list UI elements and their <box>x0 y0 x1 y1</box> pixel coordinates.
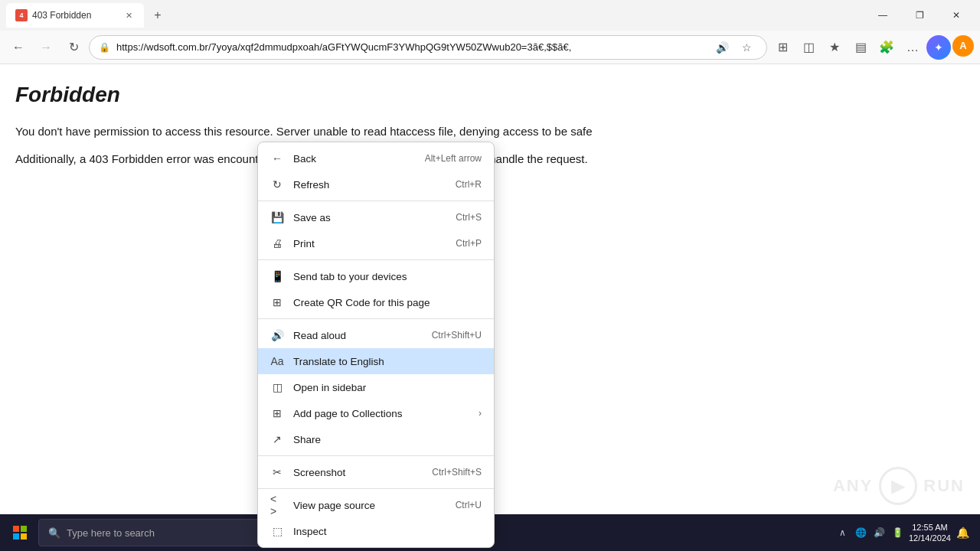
notification-button[interactable]: 🔔 <box>954 524 971 541</box>
nav-bar: ← → ↻ 🔒 https://wdsoft.com.br/7yoya/xqf2… <box>0 31 980 64</box>
extensions-icon[interactable]: 🧩 <box>874 35 899 60</box>
translate-icon: Aa <box>270 354 284 368</box>
refresh-label: Refresh <box>293 179 446 191</box>
favorites-bar-icon[interactable]: ★ <box>822 35 847 60</box>
refresh-shortcut: Ctrl+R <box>456 179 482 190</box>
address-text: https://wdsoft.com.br/7yoya/xqf2dmmudpxo… <box>116 41 705 53</box>
windows-logo <box>13 526 27 540</box>
favorites-icon[interactable]: ☆ <box>736 37 757 58</box>
collections-icon[interactable]: ▤ <box>848 35 873 60</box>
tab-title: 403 Forbidden <box>32 10 118 21</box>
open-sidebar-label: Open in sidebar <box>293 382 482 393</box>
window-controls: — ❐ ✕ <box>865 3 974 28</box>
browser-essentials-icon[interactable]: ⊞ <box>770 35 795 60</box>
menu-item-inspect[interactable]: ⬚Inspect <box>258 518 494 544</box>
menu-divider <box>258 455 494 456</box>
screenshot-icon: ✂ <box>270 465 284 479</box>
open-sidebar-icon: ◫ <box>270 380 284 394</box>
read-aloud-shortcut: Ctrl+Shift+U <box>432 330 482 341</box>
view-source-icon: < > <box>270 498 284 512</box>
system-tray: ∧ 🌐 🔊 🔋 12:55 AM 12/14/2024 🔔 <box>829 522 977 544</box>
inspect-icon: ⬚ <box>270 524 284 538</box>
menu-item-print[interactable]: 🖨PrintCtrl+P <box>258 230 494 256</box>
translate-label: Translate to English <box>293 356 482 367</box>
print-shortcut: Ctrl+P <box>456 238 482 249</box>
active-tab[interactable]: 4 403 Forbidden ✕ <box>6 3 144 28</box>
address-bar-icons: 🔊 ☆ <box>711 37 757 58</box>
create-qr-label: Create QR Code for this page <box>293 297 482 308</box>
menu-divider <box>258 318 494 319</box>
read-aloud-label: Read aloud <box>293 330 423 341</box>
refresh-icon: ↻ <box>270 178 284 191</box>
view-source-shortcut: Ctrl+U <box>456 500 482 510</box>
watermark-text: ANY <box>833 476 873 496</box>
back-icon: ← <box>270 152 284 165</box>
save-as-shortcut: Ctrl+S <box>456 212 482 223</box>
menu-item-open-sidebar[interactable]: ◫Open in sidebar <box>258 374 494 400</box>
menu-item-save-as[interactable]: 💾Save asCtrl+S <box>258 204 494 230</box>
tab-close-button[interactable]: ✕ <box>122 9 135 21</box>
settings-more-icon[interactable]: … <box>900 35 925 60</box>
search-icon: 🔍 <box>48 527 60 539</box>
view-source-label: View page source <box>293 500 446 511</box>
watermark-logo: ▶ <box>879 467 917 505</box>
close-button[interactable]: ✕ <box>939 3 974 28</box>
security-icon: 🔒 <box>99 42 110 53</box>
tray-battery-icon[interactable]: 🔋 <box>890 525 906 540</box>
save-as-icon: 💾 <box>270 210 284 224</box>
tray-network-icon[interactable]: 🌐 <box>854 525 869 540</box>
tab-favicon: 4 <box>15 9 28 21</box>
toolbar-icons: ⊞ ◫ ★ ▤ 🧩 … ✦ A <box>770 35 974 60</box>
minimize-button[interactable]: — <box>865 3 900 28</box>
menu-item-create-qr[interactable]: ⊞Create QR Code for this page <box>258 289 494 315</box>
menu-item-share[interactable]: ↗Share <box>258 426 494 452</box>
maximize-button[interactable]: ❐ <box>902 3 937 28</box>
profile-avatar[interactable]: A <box>952 35 974 57</box>
back-shortcut: Alt+Left arrow <box>425 153 482 164</box>
system-clock[interactable]: 12:55 AM 12/14/2024 <box>909 522 951 544</box>
tray-sound-icon[interactable]: 🔊 <box>872 525 887 540</box>
split-screen-icon[interactable]: ◫ <box>796 35 821 60</box>
print-label: Print <box>293 238 446 249</box>
screenshot-shortcut: Ctrl+Shift+S <box>432 467 482 478</box>
send-tab-label: Send tab to your devices <box>293 271 482 282</box>
copilot-button[interactable]: ✦ <box>926 35 951 60</box>
inspect-label: Inspect <box>293 526 482 537</box>
menu-item-add-collections[interactable]: ⊞Add page to Collections› <box>258 400 494 426</box>
menu-divider <box>258 488 494 489</box>
tab-strip: 4 403 Forbidden ✕ + <box>6 0 862 31</box>
page-text-1: You don't have permission to access this… <box>15 122 965 141</box>
print-icon: 🖨 <box>270 236 284 250</box>
clock-time: 12:55 AM <box>912 522 947 533</box>
menu-item-back[interactable]: ←BackAlt+Left arrow <box>258 145 494 171</box>
menu-item-translate[interactable]: AaTranslate to English <box>258 348 494 374</box>
screenshot-label: Screenshot <box>293 467 423 478</box>
watermark: ANY ▶ RUN <box>833 467 965 505</box>
share-label: Share <box>293 434 482 445</box>
share-icon: ↗ <box>270 432 284 446</box>
address-bar[interactable]: 🔒 https://wdsoft.com.br/7yoya/xqf2dmmudp… <box>89 35 767 60</box>
back-label: Back <box>293 153 416 165</box>
start-button[interactable] <box>3 517 37 548</box>
context-menu: ←BackAlt+Left arrow↻RefreshCtrl+R💾Save a… <box>257 142 495 548</box>
refresh-button[interactable]: ↻ <box>61 35 86 60</box>
back-button[interactable]: ← <box>6 35 31 60</box>
menu-divider <box>258 201 494 201</box>
taskbar-search[interactable]: 🔍 Type here to search <box>38 519 260 546</box>
menu-item-read-aloud[interactable]: 🔊Read aloudCtrl+Shift+U <box>258 322 494 348</box>
menu-item-refresh[interactable]: ↻RefreshCtrl+R <box>258 171 494 197</box>
menu-item-screenshot[interactable]: ✂ScreenshotCtrl+Shift+S <box>258 459 494 485</box>
create-qr-icon: ⊞ <box>270 295 284 309</box>
tray-chevron-icon[interactable]: ∧ <box>835 525 851 540</box>
menu-item-send-tab[interactable]: 📱Send tab to your devices <box>258 263 494 289</box>
watermark-text-2: RUN <box>923 476 965 496</box>
read-aloud-icon: 🔊 <box>270 328 284 342</box>
read-aloud-icon[interactable]: 🔊 <box>711 37 733 58</box>
save-as-label: Save as <box>293 212 446 223</box>
menu-item-view-source[interactable]: < >View page sourceCtrl+U <box>258 492 494 518</box>
add-collections-arrow-icon: › <box>479 408 482 419</box>
search-placeholder: Type here to search <box>67 527 155 539</box>
new-tab-button[interactable]: + <box>147 5 168 26</box>
title-bar: 4 403 Forbidden ✕ + — ❐ ✕ <box>0 0 980 31</box>
forward-button: → <box>34 35 58 60</box>
